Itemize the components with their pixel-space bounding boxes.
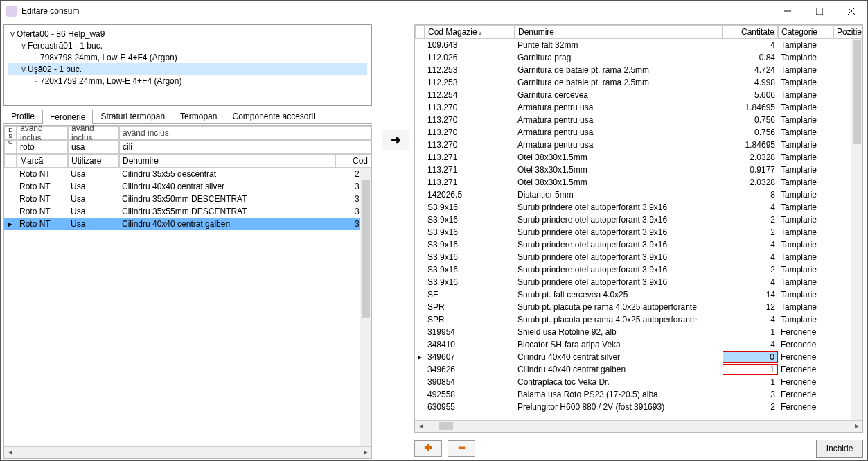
table-row[interactable]: 349626Cilindru 40x40 centrat galben1Fero… (415, 363, 862, 376)
svg-rect-1 (816, 8, 823, 15)
table-row[interactable]: 113.271Otel 38x30x1.5mm2.0328Tamplarie (415, 176, 862, 189)
esc-label: ESC (4, 126, 17, 140)
expand-icon[interactable]: v (8, 29, 17, 39)
table-row[interactable]: S3.9x16Surub prindere otel autoperforant… (415, 226, 862, 238)
table-row[interactable]: 113.271Otel 38x30x1.5mm0.9177Tamplarie (415, 164, 862, 176)
filter-utilizare-input[interactable] (68, 140, 119, 154)
table-row[interactable]: 112.253Garnitura de bataie pt. rama 2.5m… (415, 64, 862, 76)
tabs: ProfileFeronerieStraturi termopanTermopa… (3, 109, 372, 124)
table-row[interactable]: 113.270Armatura pentru usa0.756Tamplarie (415, 114, 862, 126)
table-row[interactable]: ▸349607Cilindru 40x40 centrat silver0Fer… (415, 351, 862, 363)
table-row[interactable]: S3.9x16Surub prindere otel autoperforant… (415, 214, 862, 226)
table-row[interactable]: 348410Blocator SH-fara aripa Veka4Ferone… (415, 338, 862, 351)
left-vscrollbar[interactable] (360, 168, 371, 446)
filter-h-2: având inclus (68, 126, 119, 140)
tree-item[interactable]: ·720x1759 24mm, Low-E 4+F4 (Argon) (8, 75, 367, 87)
filter-header-row: ESC având inclus având inclus având incl… (4, 126, 371, 140)
tab-componente-accesorii[interactable]: Componente accesorii (224, 109, 322, 123)
esc-clear[interactable] (4, 140, 17, 154)
right-column-header[interactable]: Cod Magazie Denumire Cantitate Categorie… (415, 25, 862, 39)
table-row[interactable]: SFSurub pt. falt cercevea 4.0x2514Tampla… (415, 288, 862, 301)
table-row[interactable]: 112.026Garnitura prag0.84Tamplarie (415, 51, 862, 64)
table-row[interactable]: Roto NTUsaCilindru 35x55mm DESCENTRAT349 (4, 205, 371, 218)
tab-feronerie[interactable]: Feronerie (42, 110, 93, 124)
offer-tree[interactable]: vOfertă00 - 86 Help_wa9 vFereastră01 - 1… (3, 24, 372, 106)
col-categorie[interactable]: Categorie (778, 25, 833, 39)
table-row[interactable]: S3.9x16Surub prindere otel autoperforant… (415, 251, 862, 263)
tab-straturi-termopan[interactable]: Straturi termopan (93, 109, 172, 123)
filter-h-3: având inclus (119, 126, 371, 140)
table-row[interactable]: 390854Contraplaca toc Veka Dr.1Feronerie (415, 376, 862, 388)
table-row[interactable]: S3.9x16Surub prindere otel autoperforant… (415, 238, 862, 251)
tree-root[interactable]: Ofertă00 - 86 Help_wa9 (17, 29, 105, 39)
add-button[interactable]: ✚ (414, 440, 442, 457)
col-cod[interactable]: Cod (335, 154, 371, 168)
col-marca[interactable]: Marcă (17, 154, 68, 168)
col-pozitie[interactable]: Pozitie (833, 25, 862, 39)
table-row[interactable]: ▸Roto NTUsaCilindru 40x40 centrat galben… (4, 218, 371, 230)
table-row[interactable]: 109.643Punte falt 32mm4Tamplarie (415, 39, 862, 51)
col-utilizare[interactable]: Utilizare (68, 154, 119, 168)
table-row[interactable]: 113.270Armatura pentru usa0.756Tamplarie (415, 126, 862, 139)
col-denumire[interactable]: Denumire (119, 154, 335, 168)
table-row[interactable]: SPRSurub pt. placuta pe rama 4.0x25 auto… (415, 313, 862, 326)
table-row[interactable]: S3.9x16Surub prindere otel autoperforant… (415, 263, 862, 276)
tree-item[interactable]: ·798x798 24mm, Low-E 4+F4 (Argon) (8, 51, 367, 63)
table-row[interactable]: 142026.5Distantier 5mm8Tamplarie (415, 189, 862, 201)
col-cantitate[interactable]: Cantitate (723, 25, 778, 39)
table-row[interactable]: 112.253Garnitura de bataie pt. rama 2.5m… (415, 76, 862, 89)
table-row[interactable]: 113.270Armatura pentru usa1.84695Tamplar… (415, 101, 862, 114)
filter-denumire-input[interactable] (119, 140, 371, 154)
titlebar: Editare consum (1, 1, 867, 21)
table-row[interactable]: 112.254Garnitura cercevea5.606Tamplarie (415, 89, 862, 101)
tree-item[interactable]: vUşă02 - 1 buc. (8, 63, 367, 75)
right-vscrollbar[interactable] (851, 39, 862, 420)
tree-item[interactable]: vFereastră01 - 1 buc. (8, 40, 367, 51)
minimize-button[interactable] (772, 1, 804, 21)
col-denumire-r[interactable]: Denumire (515, 25, 723, 39)
table-row[interactable]: Roto NTUsaCilindru 35x55 descentrat249 (4, 168, 371, 180)
filter-marca-input[interactable] (17, 140, 68, 154)
table-row[interactable]: 113.270Armatura pentru usa1.84695Tamplar… (415, 139, 862, 151)
transfer-arrow-button[interactable]: ➜ (382, 130, 409, 150)
right-hscrollbar[interactable]: ◂▸ (415, 420, 862, 432)
table-row[interactable]: S3.9x16Surub prindere otel autoperforant… (415, 201, 862, 214)
tab-profile[interactable]: Profile (3, 109, 42, 123)
table-row[interactable]: 319954Shield usa Rotoline 92, alb1Ferone… (415, 326, 862, 338)
tab-termopan[interactable]: Termopan (172, 109, 224, 123)
table-row[interactable]: Roto NTUsaCilindru 40x40 centrat silver3… (4, 180, 371, 193)
filter-h-1: având inclus (17, 126, 68, 140)
table-row[interactable]: Roto NTUsaCilindru 35x50mm DESCENTRAT349 (4, 193, 371, 205)
left-column-header[interactable]: Marcă Utilizare Denumire Cod (4, 154, 371, 168)
maximize-button[interactable] (804, 1, 835, 21)
remove-button[interactable]: ━ (448, 440, 475, 457)
table-row[interactable]: 630955Prelungitor H600 880 / 2V (fost 39… (415, 401, 862, 413)
app-icon (6, 6, 17, 17)
window-title: Editare consum (21, 6, 772, 16)
close-dialog-button[interactable]: Inchide (816, 440, 863, 458)
table-row[interactable]: S3.9x16Surub prindere otel autoperforant… (415, 276, 862, 288)
col-cod-magazie[interactable]: Cod Magazie (425, 25, 515, 39)
close-button[interactable] (835, 1, 867, 21)
left-hscrollbar[interactable]: ◂▸ (4, 446, 371, 458)
table-row[interactable]: 113.271Otel 38x30x1.5mm2.0328Tamplarie (415, 151, 862, 164)
table-row[interactable]: 492558Balama usa Roto PS23 (17-20.5) alb… (415, 388, 862, 401)
table-row[interactable]: SPRSurub pt. placuta pe rama 4.0x25 auto… (415, 301, 862, 313)
